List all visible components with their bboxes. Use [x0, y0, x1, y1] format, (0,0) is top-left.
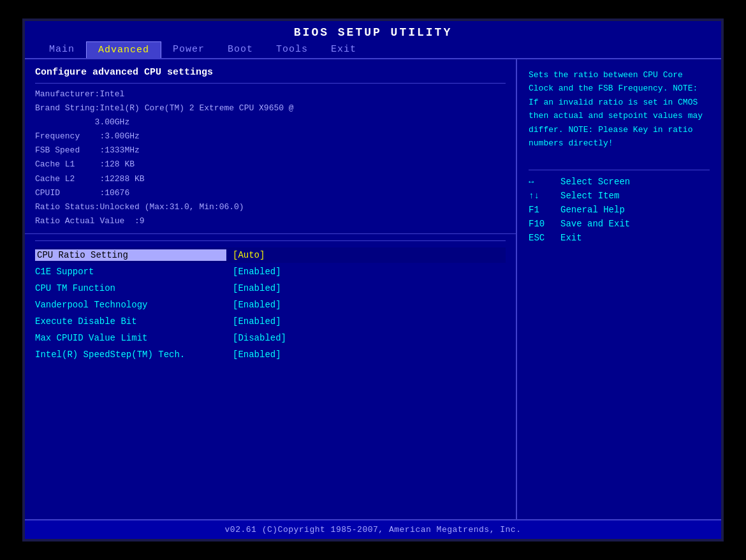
tab-boot[interactable]: Boot	[216, 41, 265, 58]
footer: v02.61 (C)Copyright 1985-2007, American …	[25, 519, 721, 539]
settings-divider	[35, 240, 506, 241]
tab-main[interactable]: Main	[38, 41, 86, 58]
setting-label-1: C1E Support	[35, 267, 226, 277]
key-code-2: F1	[529, 205, 560, 215]
key-row-1: ↑↓Select Item	[529, 191, 710, 201]
title-bar: BIOS SETUP UTILITY	[25, 21, 721, 41]
key-row-4: ESCExit	[529, 233, 710, 243]
key-help-divider	[529, 170, 710, 170]
setting-value-1: [Enabled]	[233, 267, 281, 277]
setting-row-1[interactable]: C1E Support[Enabled]	[35, 264, 506, 279]
key-desc-2: General Help	[560, 205, 625, 215]
setting-label-0: CPU Ratio Setting	[35, 249, 226, 261]
info-divider	[35, 83, 506, 84]
key-desc-0: Select Screen	[560, 177, 630, 187]
bios-screen: BIOS SETUP UTILITY MainAdvancedPowerBoot…	[22, 18, 724, 542]
left-panel: Configure advanced CPU settings Manufact…	[25, 59, 517, 519]
setting-row-6[interactable]: Intel(R) SpeedStep(TM) Tech.[Enabled]	[35, 347, 506, 362]
info-section: Configure advanced CPU settings Manufact…	[25, 59, 516, 234]
info-title: Configure advanced CPU settings	[35, 67, 506, 78]
main-content: Configure advanced CPU settings Manufact…	[25, 59, 721, 519]
tab-bar[interactable]: MainAdvancedPowerBootToolsExit	[25, 41, 721, 59]
key-desc-4: Exit	[560, 233, 582, 243]
setting-label-5: Max CPUID Value Limit	[35, 333, 226, 343]
setting-label-6: Intel(R) SpeedStep(TM) Tech.	[35, 350, 226, 360]
setting-row-4[interactable]: Execute Disable Bit[Enabled]	[35, 314, 506, 329]
key-row-2: F1General Help	[529, 205, 710, 215]
key-desc-1: Select Item	[560, 191, 619, 201]
footer-text: v02.61 (C)Copyright 1985-2007, American …	[225, 525, 522, 534]
setting-value-2: [Enabled]	[233, 283, 281, 293]
setting-label-2: CPU TM Function	[35, 283, 226, 293]
help-text: Sets the ratio between CPU Core Clock an…	[529, 68, 710, 151]
setting-row-0[interactable]: CPU Ratio Setting[Auto]	[35, 247, 506, 263]
setting-label-4: Execute Disable Bit	[35, 316, 226, 327]
tab-power[interactable]: Power	[161, 41, 216, 58]
key-code-0: ↔	[529, 177, 560, 187]
tab-tools[interactable]: Tools	[265, 41, 319, 58]
setting-value-4: [Enabled]	[233, 316, 281, 327]
key-code-3: F10	[529, 219, 560, 229]
setting-value-0: [Auto]	[233, 250, 265, 260]
setting-value-6: [Enabled]	[233, 350, 281, 360]
tab-advanced[interactable]: Advanced	[86, 41, 161, 58]
settings-section: CPU Ratio Setting[Auto]C1E Support[Enabl…	[25, 234, 516, 519]
setting-row-5[interactable]: Max CPUID Value Limit[Disabled]	[35, 330, 506, 346]
setting-row-3[interactable]: Vanderpool Technology[Enabled]	[35, 297, 506, 313]
tab-exit[interactable]: Exit	[319, 41, 368, 58]
setting-label-3: Vanderpool Technology	[35, 300, 226, 310]
setting-value-3: [Enabled]	[233, 300, 281, 310]
setting-value-5: [Disabled]	[233, 333, 286, 343]
key-row-3: F10Save and Exit	[529, 219, 710, 229]
key-desc-3: Save and Exit	[560, 219, 630, 229]
key-code-4: ESC	[529, 233, 560, 243]
key-code-1: ↑↓	[529, 191, 560, 201]
manufacturer-row: Manufacturer:Intel Brand String:Intel(R)…	[35, 87, 506, 228]
key-row-0: ↔Select Screen	[529, 177, 710, 187]
right-panel: Sets the ratio between CPU Core Clock an…	[517, 59, 721, 519]
bios-title: BIOS SETUP UTILITY	[294, 26, 452, 39]
setting-row-2[interactable]: CPU TM Function[Enabled]	[35, 281, 506, 296]
